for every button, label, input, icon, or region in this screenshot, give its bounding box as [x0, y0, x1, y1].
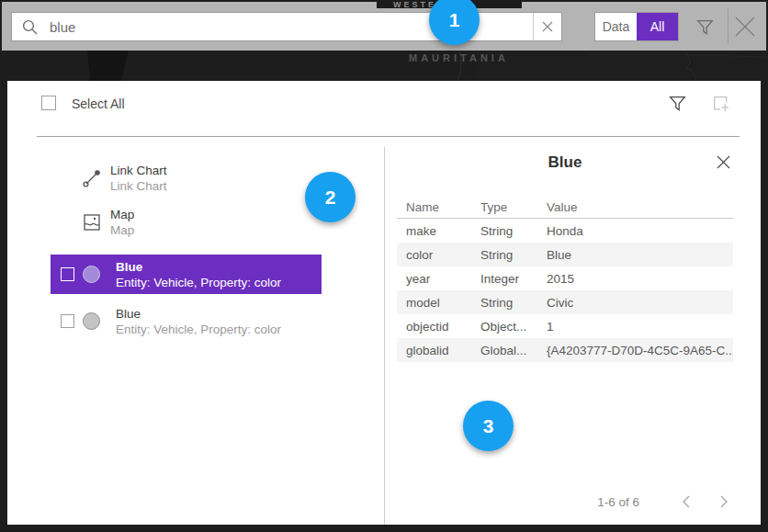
result-checkbox[interactable] — [61, 267, 74, 281]
screenshot-root: MAURITANIA blue Data All WESTERN Select … — [0, 0, 768, 532]
column-header-value: Value — [547, 200, 733, 214]
header-divider — [37, 136, 740, 137]
toggle-option-data[interactable]: Data — [595, 13, 637, 40]
entity-circle-icon — [83, 266, 100, 283]
panel-filter-icon[interactable] — [666, 92, 688, 114]
result-subtitle: Entity: Vehicle, Property: color — [116, 322, 281, 337]
result-title: Blue — [116, 259, 281, 275]
table-row: color String Blue — [397, 243, 733, 266]
previous-page-icon[interactable] — [675, 491, 697, 513]
map-icon — [81, 213, 103, 232]
cell-name: model — [406, 296, 480, 310]
cell-type: String — [480, 248, 547, 262]
cell-name: globalid — [406, 344, 480, 357]
filter-icon[interactable] — [694, 16, 716, 38]
result-subtitle: Entity: Vehicle, Property: color — [116, 275, 281, 290]
list-item-blue[interactable]: Blue Entity: Vehicle, Property: color — [51, 301, 322, 341]
cell-name: objectid — [406, 320, 480, 334]
data-all-toggle: Data All — [594, 12, 679, 41]
toggle-option-all[interactable]: All — [637, 13, 678, 40]
cell-type: Object... — [480, 320, 547, 334]
cell-value: 1 — [547, 320, 733, 334]
cell-type: Integer — [480, 272, 547, 286]
entity-circle-icon — [83, 312, 100, 330]
cell-type: Global... — [480, 344, 547, 357]
annotation-callout-2: 2 — [305, 172, 356, 222]
cell-name: color — [406, 248, 480, 262]
pagination-label: 1-6 of 6 — [597, 495, 639, 509]
annotation-callout-3: 3 — [463, 401, 514, 451]
table-header-row: Name Type Value — [397, 198, 733, 219]
search-toolbar: blue Data All — [2, 2, 766, 51]
cell-value: Honda — [547, 224, 733, 238]
cell-name: make — [406, 224, 480, 238]
table-row: year Integer 2015 — [397, 266, 733, 290]
cell-type: String — [480, 296, 547, 310]
detail-close-icon[interactable] — [715, 153, 731, 170]
search-query-text: blue — [50, 19, 75, 35]
cell-value: {A4203777-D70D-4C5C-9A65-C... — [547, 344, 733, 357]
table-row: make String Honda — [397, 219, 733, 243]
cell-name: year — [406, 272, 480, 286]
toolbar-divider — [728, 8, 728, 43]
column-header-type: Type — [480, 200, 547, 214]
next-page-icon[interactable] — [713, 491, 735, 513]
pagination: 1-6 of 6 — [597, 491, 735, 513]
select-all-checkbox[interactable] — [41, 96, 56, 110]
cell-value: 2015 — [547, 272, 733, 286]
table-row: model String Civic — [397, 290, 733, 314]
detail-title: Blue — [397, 153, 733, 172]
result-title: Link Chart — [110, 163, 167, 178]
column-header-name: Name — [406, 200, 480, 214]
panel-vertical-divider — [384, 147, 385, 525]
link-chart-icon — [81, 168, 103, 188]
search-icon — [22, 19, 38, 35]
table-row: globalid Global... {A4203777-D70D-4C5C-9… — [397, 338, 733, 362]
result-subtitle: Link Chart — [110, 178, 167, 194]
table-row: objectid Object... 1 — [397, 314, 733, 338]
clear-search-button[interactable] — [533, 13, 561, 40]
result-subtitle: Map — [110, 222, 134, 238]
map-label-mauritania: MAURITANIA — [409, 52, 509, 63]
result-title: Map — [110, 207, 134, 222]
cell-value: Blue — [547, 248, 733, 262]
cell-value: Civic — [547, 296, 733, 310]
cell-type: String — [480, 224, 547, 238]
search-input[interactable]: blue — [11, 12, 562, 41]
list-item-blue-selected[interactable]: Blue Entity: Vehicle, Property: color — [51, 255, 322, 294]
attribute-table: Name Type Value make String Honda color … — [397, 198, 733, 362]
close-search-icon[interactable] — [732, 14, 758, 40]
results-panel: Select All Link Chart Link Chart Map M — [7, 81, 761, 525]
add-to-selection-icon[interactable] — [709, 92, 731, 114]
result-title: Blue — [116, 306, 281, 322]
select-all-label: Select All — [72, 96, 125, 111]
result-checkbox[interactable] — [61, 314, 74, 328]
